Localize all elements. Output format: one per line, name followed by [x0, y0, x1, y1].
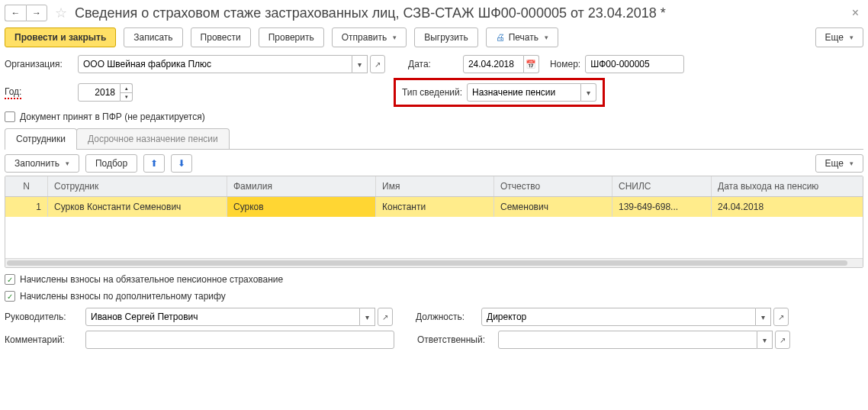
- col-header-lastname[interactable]: Фамилия: [227, 176, 376, 196]
- responsible-dropdown-button[interactable]: ▾: [757, 331, 773, 349]
- arrow-up-icon: ⬆: [150, 158, 158, 169]
- print-label: Печать: [509, 32, 538, 43]
- position-open-button[interactable]: ↗: [773, 308, 789, 326]
- responsible-label: Ответственный:: [417, 334, 493, 345]
- info-type-label: Тип сведений:: [402, 87, 462, 98]
- year-input[interactable]: [78, 83, 121, 102]
- number-label: Номер:: [550, 59, 580, 69]
- move-down-button[interactable]: ⬇: [171, 154, 192, 173]
- date-label: Дата:: [408, 59, 431, 69]
- comment-input[interactable]: [85, 331, 394, 349]
- col-header-snils[interactable]: СНИЛС: [612, 176, 712, 196]
- page-title: Сведения о страховом стаже застрахованны…: [75, 5, 666, 21]
- info-type-input[interactable]: [467, 83, 581, 102]
- number-input[interactable]: [585, 55, 684, 73]
- organization-label: Организация:: [5, 59, 73, 69]
- ops-charged-checkbox[interactable]: ✓: [5, 274, 15, 285]
- tab-employees[interactable]: Сотрудники: [5, 128, 77, 149]
- org-open-button[interactable]: ↗: [370, 55, 385, 73]
- check-icon: ✓: [7, 292, 13, 301]
- more-button[interactable]: Еще: [815, 27, 863, 47]
- ops-charged-label: Начислены взносы на обязательное пенсион…: [20, 274, 283, 285]
- more-label: Еще: [825, 32, 844, 43]
- cell-patronymic: Семенович: [494, 197, 612, 217]
- year-up-button[interactable]: ▴: [121, 83, 133, 92]
- year-label: Год:: [5, 86, 73, 99]
- table-row[interactable]: 1 Сурков Константи Семенович Сурков Конс…: [5, 197, 863, 217]
- save-button[interactable]: Записать: [124, 27, 182, 47]
- position-input[interactable]: [481, 308, 756, 326]
- sub-more-label: Еще: [825, 158, 844, 169]
- arrow-down-icon: ⬇: [178, 158, 185, 169]
- organization-input[interactable]: [78, 55, 352, 73]
- col-header-pension-date[interactable]: Дата выхода на пенсию: [712, 176, 863, 196]
- calendar-icon: [526, 60, 536, 69]
- fill-button[interactable]: Заполнить: [5, 154, 79, 173]
- print-button[interactable]: 🖨 Печать: [486, 27, 558, 47]
- send-label: Отправить: [342, 32, 387, 43]
- close-icon[interactable]: ×: [847, 6, 863, 20]
- manager-label: Руководитель:: [5, 312, 81, 322]
- tab-early-pension[interactable]: Досрочное назначение пенсии: [76, 128, 230, 149]
- position-label: Должность:: [416, 312, 477, 322]
- manager-input[interactable]: [85, 308, 360, 326]
- accepted-pfr-label: Документ принят в ПФР (не редактируется): [20, 111, 205, 122]
- cell-pension-date: 24.04.2018: [712, 197, 863, 217]
- calendar-button[interactable]: [524, 55, 539, 73]
- org-dropdown-button[interactable]: ▾: [352, 55, 368, 73]
- fill-label: Заполнить: [14, 158, 59, 169]
- cell-lastname: Сурков: [227, 197, 376, 217]
- col-header-firstname[interactable]: Имя: [376, 176, 494, 196]
- cell-firstname: Константи: [376, 197, 494, 217]
- responsible-open-button[interactable]: ↗: [775, 331, 790, 349]
- manager-open-button[interactable]: ↗: [378, 308, 393, 326]
- addl-charged-checkbox[interactable]: ✓: [5, 291, 15, 302]
- comment-label: Комментарий:: [5, 334, 81, 345]
- printer-icon: 🖨: [496, 32, 505, 43]
- position-dropdown-button[interactable]: ▾: [756, 308, 771, 326]
- cell-employee: Сурков Константи Семенович: [48, 197, 227, 217]
- year-down-button[interactable]: ▾: [121, 92, 133, 102]
- responsible-input[interactable]: [498, 331, 757, 349]
- info-type-dropdown-button[interactable]: ▾: [581, 83, 596, 102]
- employees-grid: N Сотрудник Фамилия Имя Отчество СНИЛС Д…: [5, 176, 863, 268]
- post-button[interactable]: Провести: [191, 27, 251, 47]
- sub-more-button[interactable]: Еще: [815, 154, 863, 173]
- date-input[interactable]: [463, 55, 524, 73]
- check-button[interactable]: Проверить: [259, 27, 324, 47]
- nav-forward-button[interactable]: →: [26, 5, 47, 21]
- manager-dropdown-button[interactable]: ▾: [360, 308, 375, 326]
- check-icon: ✓: [7, 276, 13, 284]
- accepted-pfr-checkbox[interactable]: [5, 111, 15, 122]
- grid-header: N Сотрудник Фамилия Имя Отчество СНИЛС Д…: [5, 176, 863, 197]
- select-button[interactable]: Подбор: [85, 154, 137, 173]
- cell-snils: 139-649-698...: [612, 197, 712, 217]
- send-button[interactable]: Отправить: [332, 27, 407, 47]
- export-button[interactable]: Выгрузить: [414, 27, 478, 47]
- col-header-n[interactable]: N: [5, 176, 48, 196]
- grid-horizontal-scrollbar[interactable]: [5, 258, 863, 267]
- col-header-patronymic[interactable]: Отчество: [494, 176, 612, 196]
- cell-n: 1: [5, 197, 48, 217]
- addl-charged-label: Начислены взносы по дополнительному тари…: [20, 291, 226, 302]
- col-header-employee[interactable]: Сотрудник: [48, 176, 227, 196]
- move-up-button[interactable]: ⬆: [143, 154, 165, 173]
- info-type-highlight: Тип сведений: ▾: [394, 78, 605, 107]
- favorite-star-icon[interactable]: ☆: [55, 5, 67, 21]
- nav-back-button[interactable]: ←: [5, 5, 26, 21]
- post-and-close-button[interactable]: Провести и закрыть: [5, 27, 116, 47]
